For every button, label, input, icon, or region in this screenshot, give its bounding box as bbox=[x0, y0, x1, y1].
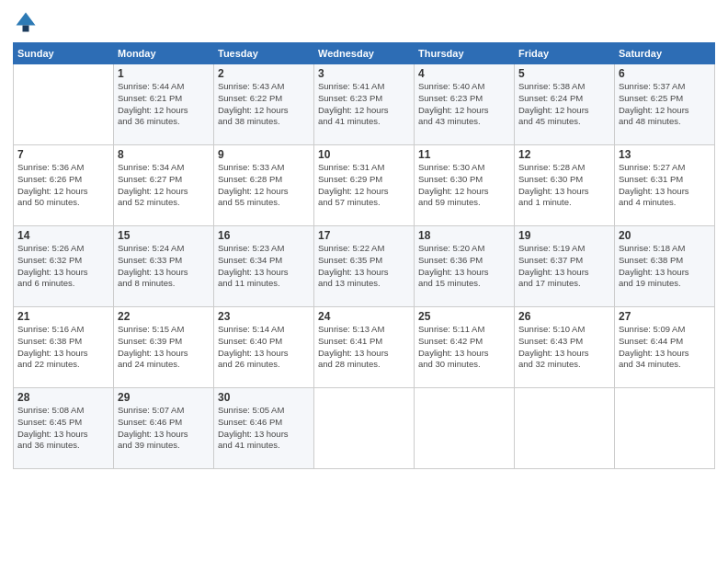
col-header-saturday: Saturday bbox=[615, 43, 715, 64]
day-cell bbox=[14, 64, 114, 145]
day-cell: 5Sunrise: 5:38 AM Sunset: 6:24 PM Daylig… bbox=[515, 64, 615, 145]
day-number: 5 bbox=[518, 67, 610, 80]
week-row-4: 21Sunrise: 5:16 AM Sunset: 6:38 PM Dayli… bbox=[14, 307, 715, 388]
day-number: 17 bbox=[318, 229, 410, 242]
day-number: 11 bbox=[418, 148, 510, 161]
day-info: Sunrise: 5:16 AM Sunset: 6:38 PM Dayligh… bbox=[17, 324, 109, 371]
day-cell: 14Sunrise: 5:26 AM Sunset: 6:32 PM Dayli… bbox=[14, 226, 114, 307]
day-number: 2 bbox=[218, 67, 310, 80]
day-cell bbox=[415, 388, 515, 469]
day-cell: 25Sunrise: 5:11 AM Sunset: 6:42 PM Dayli… bbox=[415, 307, 515, 388]
day-cell: 30Sunrise: 5:05 AM Sunset: 6:46 PM Dayli… bbox=[214, 388, 314, 469]
day-info: Sunrise: 5:14 AM Sunset: 6:40 PM Dayligh… bbox=[218, 324, 310, 371]
day-info: Sunrise: 5:28 AM Sunset: 6:30 PM Dayligh… bbox=[518, 162, 610, 209]
day-cell: 4Sunrise: 5:40 AM Sunset: 6:23 PM Daylig… bbox=[415, 64, 515, 145]
day-number: 14 bbox=[17, 229, 109, 242]
logo bbox=[13, 9, 42, 35]
day-info: Sunrise: 5:05 AM Sunset: 6:46 PM Dayligh… bbox=[218, 405, 310, 452]
day-number: 29 bbox=[118, 391, 210, 404]
day-info: Sunrise: 5:44 AM Sunset: 6:21 PM Dayligh… bbox=[118, 81, 210, 128]
day-info: Sunrise: 5:41 AM Sunset: 6:23 PM Dayligh… bbox=[318, 81, 410, 128]
day-number: 8 bbox=[118, 148, 210, 161]
day-info: Sunrise: 5:36 AM Sunset: 6:26 PM Dayligh… bbox=[17, 162, 109, 209]
week-row-5: 28Sunrise: 5:08 AM Sunset: 6:45 PM Dayli… bbox=[14, 388, 715, 469]
day-cell: 17Sunrise: 5:22 AM Sunset: 6:35 PM Dayli… bbox=[314, 226, 415, 307]
day-number: 24 bbox=[318, 310, 410, 323]
day-info: Sunrise: 5:19 AM Sunset: 6:37 PM Dayligh… bbox=[518, 243, 610, 290]
week-row-2: 7Sunrise: 5:36 AM Sunset: 6:26 PM Daylig… bbox=[14, 145, 715, 226]
col-header-wednesday: Wednesday bbox=[314, 43, 415, 64]
day-info: Sunrise: 5:37 AM Sunset: 6:25 PM Dayligh… bbox=[619, 81, 711, 128]
day-number: 7 bbox=[17, 148, 109, 161]
day-info: Sunrise: 5:27 AM Sunset: 6:31 PM Dayligh… bbox=[619, 162, 711, 209]
day-number: 21 bbox=[17, 310, 109, 323]
day-cell: 1Sunrise: 5:44 AM Sunset: 6:21 PM Daylig… bbox=[114, 64, 214, 145]
day-number: 12 bbox=[518, 148, 610, 161]
week-row-3: 14Sunrise: 5:26 AM Sunset: 6:32 PM Dayli… bbox=[14, 226, 715, 307]
day-cell bbox=[615, 388, 715, 469]
day-number: 10 bbox=[318, 148, 410, 161]
day-info: Sunrise: 5:34 AM Sunset: 6:27 PM Dayligh… bbox=[118, 162, 210, 209]
day-number: 25 bbox=[418, 310, 510, 323]
week-row-1: 1Sunrise: 5:44 AM Sunset: 6:21 PM Daylig… bbox=[14, 64, 715, 145]
day-number: 18 bbox=[418, 229, 510, 242]
day-info: Sunrise: 5:11 AM Sunset: 6:42 PM Dayligh… bbox=[418, 324, 510, 371]
header-row: SundayMondayTuesdayWednesdayThursdayFrid… bbox=[14, 43, 715, 64]
day-cell bbox=[515, 388, 615, 469]
day-info: Sunrise: 5:26 AM Sunset: 6:32 PM Dayligh… bbox=[17, 243, 109, 290]
day-number: 6 bbox=[619, 67, 711, 80]
day-cell bbox=[314, 388, 415, 469]
day-cell: 12Sunrise: 5:28 AM Sunset: 6:30 PM Dayli… bbox=[515, 145, 615, 226]
day-info: Sunrise: 5:43 AM Sunset: 6:22 PM Dayligh… bbox=[218, 81, 310, 128]
day-cell: 27Sunrise: 5:09 AM Sunset: 6:44 PM Dayli… bbox=[615, 307, 715, 388]
day-info: Sunrise: 5:07 AM Sunset: 6:46 PM Dayligh… bbox=[118, 405, 210, 452]
day-number: 26 bbox=[518, 310, 610, 323]
day-info: Sunrise: 5:38 AM Sunset: 6:24 PM Dayligh… bbox=[518, 81, 610, 128]
day-info: Sunrise: 5:40 AM Sunset: 6:23 PM Dayligh… bbox=[418, 81, 510, 128]
day-cell: 18Sunrise: 5:20 AM Sunset: 6:36 PM Dayli… bbox=[415, 226, 515, 307]
day-number: 19 bbox=[518, 229, 610, 242]
day-info: Sunrise: 5:24 AM Sunset: 6:33 PM Dayligh… bbox=[118, 243, 210, 290]
day-info: Sunrise: 5:33 AM Sunset: 6:28 PM Dayligh… bbox=[218, 162, 310, 209]
page: SundayMondayTuesdayWednesdayThursdayFrid… bbox=[0, 0, 728, 563]
day-info: Sunrise: 5:10 AM Sunset: 6:43 PM Dayligh… bbox=[518, 324, 610, 371]
col-header-tuesday: Tuesday bbox=[214, 43, 314, 64]
col-header-thursday: Thursday bbox=[415, 43, 515, 64]
day-number: 15 bbox=[118, 229, 210, 242]
svg-rect-1 bbox=[23, 26, 29, 32]
day-number: 16 bbox=[218, 229, 310, 242]
day-cell: 19Sunrise: 5:19 AM Sunset: 6:37 PM Dayli… bbox=[515, 226, 615, 307]
day-cell: 6Sunrise: 5:37 AM Sunset: 6:25 PM Daylig… bbox=[615, 64, 715, 145]
day-number: 28 bbox=[17, 391, 109, 404]
day-number: 27 bbox=[619, 310, 711, 323]
calendar-table: SundayMondayTuesdayWednesdayThursdayFrid… bbox=[13, 42, 715, 469]
day-number: 13 bbox=[619, 148, 711, 161]
day-cell: 3Sunrise: 5:41 AM Sunset: 6:23 PM Daylig… bbox=[314, 64, 415, 145]
svg-marker-0 bbox=[17, 13, 36, 26]
day-number: 23 bbox=[218, 310, 310, 323]
col-header-sunday: Sunday bbox=[14, 43, 114, 64]
day-cell: 9Sunrise: 5:33 AM Sunset: 6:28 PM Daylig… bbox=[214, 145, 314, 226]
day-cell: 10Sunrise: 5:31 AM Sunset: 6:29 PM Dayli… bbox=[314, 145, 415, 226]
day-info: Sunrise: 5:08 AM Sunset: 6:45 PM Dayligh… bbox=[17, 405, 109, 452]
day-cell: 23Sunrise: 5:14 AM Sunset: 6:40 PM Dayli… bbox=[214, 307, 314, 388]
day-cell: 29Sunrise: 5:07 AM Sunset: 6:46 PM Dayli… bbox=[114, 388, 214, 469]
day-cell: 21Sunrise: 5:16 AM Sunset: 6:38 PM Dayli… bbox=[14, 307, 114, 388]
day-number: 4 bbox=[418, 67, 510, 80]
day-cell: 2Sunrise: 5:43 AM Sunset: 6:22 PM Daylig… bbox=[214, 64, 314, 145]
day-cell: 24Sunrise: 5:13 AM Sunset: 6:41 PM Dayli… bbox=[314, 307, 415, 388]
day-info: Sunrise: 5:13 AM Sunset: 6:41 PM Dayligh… bbox=[318, 324, 410, 371]
day-cell: 15Sunrise: 5:24 AM Sunset: 6:33 PM Dayli… bbox=[114, 226, 214, 307]
day-info: Sunrise: 5:09 AM Sunset: 6:44 PM Dayligh… bbox=[619, 324, 711, 371]
header bbox=[13, 9, 715, 35]
day-info: Sunrise: 5:23 AM Sunset: 6:34 PM Dayligh… bbox=[218, 243, 310, 290]
day-info: Sunrise: 5:30 AM Sunset: 6:30 PM Dayligh… bbox=[418, 162, 510, 209]
day-info: Sunrise: 5:15 AM Sunset: 6:39 PM Dayligh… bbox=[118, 324, 210, 371]
day-cell: 8Sunrise: 5:34 AM Sunset: 6:27 PM Daylig… bbox=[114, 145, 214, 226]
day-cell: 20Sunrise: 5:18 AM Sunset: 6:38 PM Dayli… bbox=[615, 226, 715, 307]
day-cell: 26Sunrise: 5:10 AM Sunset: 6:43 PM Dayli… bbox=[515, 307, 615, 388]
logo-icon bbox=[13, 9, 39, 35]
day-cell: 22Sunrise: 5:15 AM Sunset: 6:39 PM Dayli… bbox=[114, 307, 214, 388]
col-header-monday: Monday bbox=[114, 43, 214, 64]
day-info: Sunrise: 5:20 AM Sunset: 6:36 PM Dayligh… bbox=[418, 243, 510, 290]
